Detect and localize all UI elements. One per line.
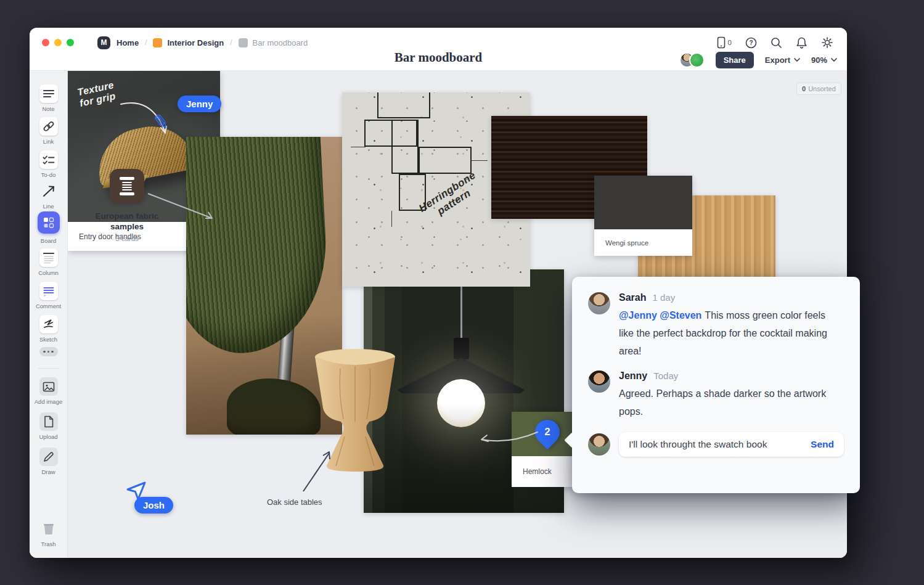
avatar [689,52,705,68]
minimize-window-button[interactable] [54,39,62,46]
note-icon [43,89,54,98]
comment-author: Sarah [619,292,646,303]
more-tools-button[interactable] [39,347,58,356]
tool-line[interactable] [39,182,58,200]
comment-thread-panel: Sarah 1 day @Jenny @StevenThis moss gree… [572,277,860,493]
tool-draw-label: Draw [30,468,67,475]
phone-icon [717,36,726,49]
zoom-window-button[interactable] [67,39,74,46]
breadcrumb-current: Bar moodboard [253,38,308,47]
svg-text:?: ? [749,39,753,46]
comment-time: Today [653,370,678,381]
tool-column[interactable] [39,248,58,267]
tool-board[interactable] [38,211,60,234]
share-button[interactable]: Share [716,52,754,68]
question-icon: ? [745,37,757,49]
device-preview-button[interactable]: 0 [717,36,732,49]
pin-arrow [475,427,540,448]
sketch-icon [43,319,55,330]
device-count: 0 [728,39,732,46]
unsorted-badge[interactable]: 0Unsorted [796,83,841,95]
titlebar: M Home / Interior Design / Bar moodboard… [30,28,847,51]
tool-line-label: Line [30,203,67,210]
comment-message: Sarah 1 day @Jenny @StevenThis moss gree… [572,277,860,360]
oak-tables-arrow [298,446,337,495]
breadcrumb-project[interactable]: Interior Design [167,38,224,47]
comment-text: Agreed. Perhaps a shade darker so the ar… [619,385,836,420]
comment-author: Jenny [619,370,647,382]
app-window: M Home / Interior Design / Bar moodboard… [30,28,847,558]
tool-todo-label: To-do [30,171,67,178]
pencil-icon [43,451,54,463]
tool-board-label: Board [30,237,67,244]
connector-arrow [147,192,218,223]
send-button[interactable]: Send [811,439,834,450]
help-button[interactable]: ? [745,37,757,49]
unsorted-count: 0 [802,85,806,92]
texture-grip-annotation: Texture for grip [76,80,117,109]
tool-todo[interactable] [39,150,58,169]
tool-comment-label: Comment [30,303,67,309]
bell-icon [796,36,807,49]
tool-column-label: Column [30,269,67,276]
trash-label: Trash [30,541,67,547]
chevron-down-icon [794,58,800,62]
collaborator-avatars[interactable] [679,52,705,68]
search-icon [771,37,782,49]
project-icon [153,38,162,47]
josh-cursor-icon [126,480,148,502]
tool-draw[interactable] [39,448,58,466]
tool-sketch-label: Sketch [30,336,67,343]
export-menu[interactable]: Export [765,55,800,65]
todo-icon [43,155,55,165]
gear-icon [821,36,833,49]
export-label: Export [765,55,790,65]
board-icon [43,216,55,229]
tool-note[interactable] [39,84,58,103]
tool-sidebar: Note Link To-do [30,71,68,558]
image-icon [43,382,55,392]
tool-link[interactable] [39,117,58,136]
avatar-steven [588,433,610,456]
herringbone-sketch [377,92,430,118]
tool-sketch[interactable] [39,315,58,333]
window-header: M Home / Interior Design / Bar moodboard… [30,28,847,71]
notifications-button[interactable] [796,36,807,49]
avatar-jenny [588,370,610,393]
chevron-down-icon [831,58,837,62]
trash-icon [41,522,56,536]
zoom-menu[interactable]: 90% [811,55,837,65]
breadcrumb-separator: / [145,38,147,47]
moodboard-canvas[interactable]: Herringbone pattern Wengi spruce Hemlock… [68,71,847,558]
thread-spool-icon [118,176,136,197]
breadcrumb-separator: / [230,38,232,47]
tool-comment[interactable] [39,282,58,300]
column-icon [43,252,54,264]
comment-input-value: I'll look throught the swatch book [629,439,803,450]
jenny-cursor-icon: ✎ [151,109,171,134]
trash-dropzone[interactable] [39,520,58,538]
tool-upload-label: Upload [30,433,67,440]
comment-message: Jenny Today Agreed. Perhaps a shade dark… [572,370,860,420]
comment-input[interactable]: I'll look throught the swatch book Send [619,432,844,457]
line-arrow-icon [41,184,56,198]
unsorted-label: Unsorted [808,85,836,92]
fabric-board-subtitle: 3 cards [78,235,176,242]
comment-compose-row: I'll look throught the swatch book Send [572,433,860,457]
zoom-level: 90% [811,55,827,65]
search-button[interactable] [771,37,782,49]
tool-upload[interactable] [39,412,58,431]
wengi-spruce-card[interactable]: Wengi spruce [594,176,692,256]
wengi-label: Wengi spruce [594,229,692,256]
tool-add-image[interactable] [39,377,58,396]
avatar-sarah [588,292,610,314]
comment-mentions[interactable]: @Jenny @Steven [619,310,701,321]
oak-tables-label[interactable]: Oak side tables [267,497,322,507]
board-icon [239,38,248,47]
settings-button[interactable] [821,36,833,49]
jenny-cursor-label: Jenny [178,96,221,112]
file-icon [44,415,54,428]
breadcrumb-home[interactable]: Home [117,38,139,47]
close-window-button[interactable] [42,39,49,46]
fabric-board-card[interactable] [110,169,144,203]
